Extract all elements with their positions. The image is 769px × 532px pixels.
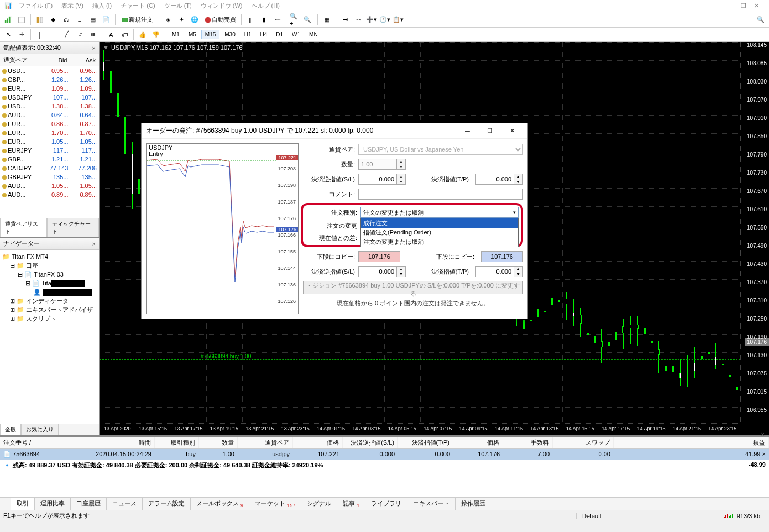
shift-icon[interactable]: ⇥: [339, 14, 351, 26]
tf-d1[interactable]: D1: [272, 30, 287, 39]
dialog-close[interactable]: ✕: [501, 124, 523, 138]
nav-accounts[interactable]: ⊟ 📁 口座: [2, 261, 97, 270]
candle-chart-icon[interactable]: ▮: [258, 14, 270, 26]
options-button[interactable]: ✦: [175, 14, 187, 26]
profile-button[interactable]: [15, 14, 28, 26]
terminal-toggle[interactable]: ≡: [74, 14, 86, 26]
doc-toggle[interactable]: 📄: [100, 14, 112, 26]
zoom-in-icon[interactable]: 🔍+: [289, 14, 301, 26]
crosshair-tool[interactable]: ✛: [15, 29, 28, 41]
menu-view[interactable]: 表示 (V): [57, 1, 88, 11]
dialog-min[interactable]: ─: [457, 124, 479, 138]
periodicity-icon[interactable]: 🕐▾: [379, 14, 391, 26]
cursor-tool[interactable]: ↖: [2, 29, 14, 41]
mw-symbol-row[interactable]: AUD...0.89...0.89...: [0, 190, 99, 199]
th-sym[interactable]: 通貨ペア: [238, 437, 293, 448]
mw-symbol-row[interactable]: AUD...0.64...0.64...: [0, 111, 99, 119]
mw-symbol-row[interactable]: GBP...1.21...1.21...: [0, 155, 99, 164]
th-order[interactable]: 注文番号 /: [0, 437, 66, 448]
tf-w1[interactable]: W1: [288, 30, 304, 39]
ordertype-option-pending[interactable]: 指値注文(Pending Order): [361, 228, 518, 237]
mw-symbol-row[interactable]: USD...0.95...0.96...: [0, 66, 99, 76]
thumbs-icon[interactable]: 👍: [137, 29, 149, 41]
channel-tool[interactable]: ⫽: [74, 29, 86, 41]
close-icon[interactable]: ✕: [751, 1, 762, 11]
trendline-tool[interactable]: ╱: [60, 29, 72, 41]
new-order-button[interactable]: 新規注文: [118, 14, 156, 26]
th-sl[interactable]: 決済逆指値(S/L): [343, 437, 398, 448]
term-tab-expert[interactable]: エキスパート: [407, 498, 456, 510]
ordertype-option-market[interactable]: 成行注文: [361, 218, 518, 228]
menu-tool[interactable]: ツール (T): [160, 1, 196, 11]
marketwatch-toggle[interactable]: [34, 14, 46, 26]
nav-user[interactable]: 👤: [2, 288, 97, 296]
marketwatch-close[interactable]: ×: [92, 45, 96, 51]
insert-indicator-icon[interactable]: ➕▾: [365, 14, 378, 26]
mw-symbol-row[interactable]: EUR...1.05...1.05...: [0, 137, 99, 146]
menu-help[interactable]: ヘルプ (H): [247, 1, 284, 11]
autotrade-button[interactable]: 自動売買: [202, 14, 238, 26]
bar-chart-icon[interactable]: ⫿: [244, 14, 257, 26]
terminal-order-row[interactable]: 📄 75663894 2020.04.15 00:24:29 buy 1.00 …: [0, 449, 769, 460]
th-tp[interactable]: 決済指値(T/P): [398, 437, 453, 448]
tf-m5[interactable]: M5: [185, 30, 200, 39]
th-type[interactable]: 取引種別: [155, 437, 199, 448]
menu-insert[interactable]: 挿入 (I): [88, 1, 116, 11]
ordertype-select[interactable]: 注文の変更または取消▾: [360, 207, 519, 218]
volume-input[interactable]: ▲▼: [358, 159, 406, 170]
comment-input[interactable]: [358, 189, 523, 200]
term-tab-market[interactable]: マーケット 157: [249, 498, 301, 510]
dialog-max[interactable]: ☐: [479, 124, 501, 138]
tf-mn[interactable]: MN: [305, 30, 322, 39]
tp2-input[interactable]: ▲▼: [475, 266, 523, 277]
menu-file[interactable]: ファイル (F): [14, 1, 57, 11]
sl-input[interactable]: ▲▼: [358, 174, 406, 185]
menu-window[interactable]: ウィンドウ (W): [196, 1, 247, 11]
nav-acct2[interactable]: ⊟ 📄 Tita: [2, 279, 97, 288]
line-chart-icon[interactable]: ⬳: [271, 14, 283, 26]
search-icon[interactable]: 🔍: [755, 14, 767, 26]
datawindow-toggle[interactable]: ◆: [47, 14, 59, 26]
thumbs-down-icon[interactable]: 👎: [150, 29, 162, 41]
navigator-close[interactable]: ×: [92, 241, 96, 247]
nav-acct1[interactable]: ⊟ 📄 TitanFX-03: [2, 270, 97, 279]
nav-indicators[interactable]: ⊞ 📁 インディケータ: [2, 296, 97, 305]
th-price[interactable]: 価格: [293, 437, 343, 448]
mw-symbol-row[interactable]: EUR...1.09...1.09...: [0, 84, 99, 93]
tf-m1[interactable]: M1: [168, 30, 184, 39]
globe-icon[interactable]: 🌐: [189, 14, 201, 26]
mw-symbol-row[interactable]: EUR...1.70...1.70...: [0, 128, 99, 137]
tester-toggle[interactable]: ▤: [87, 14, 99, 26]
mw-symbol-row[interactable]: USD...1.38...1.38...: [0, 102, 99, 111]
term-tab-article[interactable]: 記事 1: [337, 498, 365, 510]
term-tab-alarm[interactable]: アラーム設定: [143, 498, 191, 510]
nav-tab-fav[interactable]: お気に入り: [21, 424, 59, 435]
min-icon[interactable]: ─: [725, 1, 736, 11]
th-time[interactable]: 時間: [66, 437, 155, 448]
label-tool[interactable]: 🏷: [118, 29, 130, 41]
tf-h1[interactable]: H1: [240, 30, 255, 39]
menu-chart[interactable]: チャート (C): [116, 1, 159, 11]
autoscroll-icon[interactable]: ⤻: [352, 14, 364, 26]
nav-scripts[interactable]: ⊞ 📁 スクリプト: [2, 314, 97, 323]
mw-symbol-row[interactable]: EUR...0.86...0.87...: [0, 119, 99, 128]
mw-tab-list[interactable]: 通貨ペアリスト: [0, 218, 47, 237]
term-tab-ratio[interactable]: 運用比率: [35, 498, 71, 510]
mw-h-symbol[interactable]: 通貨ペア: [0, 54, 42, 66]
tf-m15[interactable]: M15: [201, 30, 219, 39]
mw-h-ask[interactable]: Ask: [70, 54, 99, 66]
new-chart-button[interactable]: +: [2, 14, 14, 26]
mw-symbol-row[interactable]: EURJPY117...117...: [0, 146, 99, 155]
term-tab-signal[interactable]: シグナル: [301, 498, 337, 510]
text-tool[interactable]: A: [105, 29, 117, 41]
template-icon[interactable]: 📋▾: [392, 14, 404, 26]
th-comm[interactable]: 手数料: [503, 437, 553, 448]
mw-symbol-row[interactable]: CADJPY77.14377.206: [0, 164, 99, 173]
mw-tab-tick[interactable]: ティックチャート: [47, 218, 99, 237]
restore-icon[interactable]: ❐: [737, 1, 750, 11]
th-price2[interactable]: 価格: [453, 437, 503, 448]
vline-tool[interactable]: │: [34, 29, 46, 41]
mw-symbol-row[interactable]: USDJPY107...107...: [0, 93, 99, 102]
term-tab-ophist[interactable]: 操作履歴: [456, 498, 491, 510]
copy-low-red-button[interactable]: 107.176: [358, 251, 400, 262]
